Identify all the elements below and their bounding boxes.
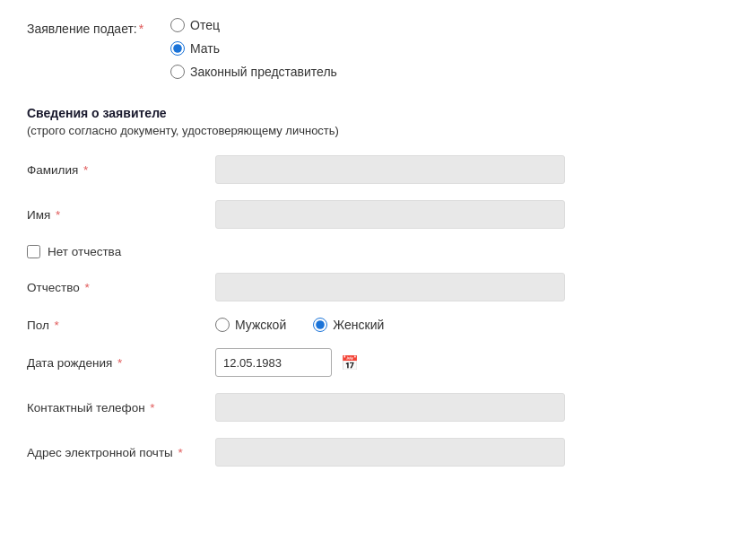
radio-legal-input[interactable] [170,65,185,79]
last-name-input[interactable] [215,155,565,184]
phone-row: Контактный телефон * [27,393,729,422]
radio-father-input[interactable] [170,18,185,32]
birth-date-required: * [114,356,122,370]
email-row: Адрес электронной почты * [27,438,729,467]
patronymic-row: Отчество * [27,273,729,301]
applicant-radio-group: Отец Мать Законный представитель [170,18,337,79]
radio-father[interactable]: Отец [170,18,337,32]
email-input[interactable] [215,438,565,467]
phone-required: * [147,401,155,415]
radio-mother[interactable]: Мать [170,41,337,56]
radio-legal-label: Законный представитель [190,65,337,79]
radio-female[interactable]: Женский [313,318,384,332]
form-section: Заявление подает:* Отец Мать Законный пр… [27,18,729,467]
radio-male-input[interactable] [215,318,230,332]
date-field-wrapper: 📅 [215,348,362,377]
first-name-row: Имя * [27,200,729,229]
applicant-row: Заявление подает:* Отец Мать Законный пр… [27,18,729,93]
birth-date-label: Дата рождения * [27,356,215,370]
radio-male[interactable]: Мужской [215,318,286,332]
last-name-row: Фамилия * [27,155,729,184]
patronymic-required: * [82,281,90,294]
radio-male-label: Мужской [235,318,286,332]
radio-legal[interactable]: Законный представитель [170,65,337,79]
email-label: Адрес электронной почты * [27,446,215,459]
no-patronymic-label: Нет отчества [48,245,121,258]
calendar-icon[interactable]: 📅 [337,350,362,375]
patronymic-label: Отчество * [27,281,215,294]
first-name-required: * [52,208,60,222]
no-patronymic-row: Нет отчества [27,245,729,258]
radio-female-input[interactable] [313,318,327,332]
email-required: * [175,446,183,459]
phone-label: Контактный телефон * [27,401,215,415]
first-name-label: Имя * [27,208,215,222]
last-name-required: * [80,163,88,177]
gender-required: * [51,319,59,332]
radio-father-label: Отец [190,18,220,32]
applicant-label: Заявление подает:* [27,18,161,36]
radio-female-label: Женский [333,318,384,332]
gender-radio-group: Мужской Женский [215,318,384,332]
first-name-input[interactable] [215,200,565,229]
section-title: Сведения о заявителе [27,106,729,120]
gender-row: Пол * Мужской Женский [27,318,729,332]
section-subtitle: (строго согласно документу, удостоверяющ… [27,124,729,137]
birth-date-row: Дата рождения * 📅 [27,348,729,377]
last-name-label: Фамилия * [27,163,215,177]
patronymic-input[interactable] [215,273,565,301]
phone-input[interactable] [215,393,565,422]
no-patronymic-checkbox[interactable] [27,245,40,258]
gender-label: Пол * [27,319,215,332]
required-star: * [139,22,143,36]
radio-mother-label: Мать [190,41,220,56]
birth-date-input[interactable] [215,348,332,377]
radio-mother-input[interactable] [170,41,185,56]
